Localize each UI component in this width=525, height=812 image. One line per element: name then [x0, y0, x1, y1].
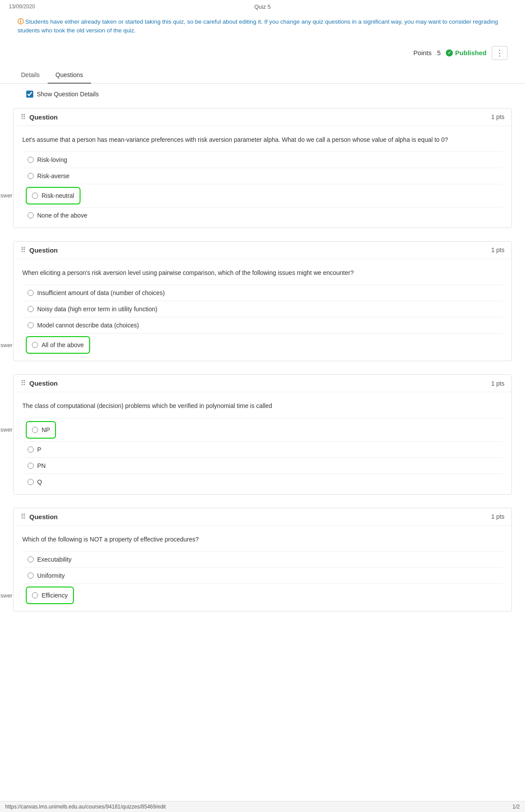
swer-label-4: swer: [0, 592, 12, 599]
question-text-1: Let's assume that a person has mean-vari…: [22, 135, 503, 144]
answer-text-3-1: P: [37, 446, 41, 453]
swer-label-2: swer: [0, 342, 12, 348]
question-label-2: Question: [29, 246, 58, 254]
answer-text-1-1: Risk-averse: [37, 172, 70, 179]
pts-label-1: 1 pts: [491, 113, 504, 120]
radio-q3-1[interactable]: [28, 446, 34, 453]
radio-q1-1[interactable]: [28, 173, 34, 179]
answer-text-2-3: All of the above: [42, 341, 84, 348]
question-header-3: ⠿ Question 1 pts: [14, 375, 511, 392]
answer-text-4-2: Efficiency: [42, 592, 68, 599]
quiz-title: Quiz 5: [254, 4, 271, 10]
answer-option-2-1[interactable]: Noisy data (high error term in utility f…: [22, 301, 503, 317]
answer-option-1-0[interactable]: Risk-loving: [22, 151, 503, 168]
question-body-4: Which of the following is NOT a property…: [14, 526, 511, 611]
question-body-3: The class of computational (decision) pr…: [14, 392, 511, 494]
answer-text-1-0: Risk-loving: [37, 156, 67, 163]
answer-option-4-0[interactable]: Executability: [22, 551, 503, 567]
answer-text-4-1: Uniformity: [37, 572, 65, 579]
question-text-2: When eliciting a person's risk aversion …: [22, 268, 503, 278]
warning-banner: ⓘ Students have either already taken or …: [0, 13, 525, 42]
points-row: Points 5 ✓ Published ⋮: [0, 42, 525, 67]
question-header-2: ⠿ Question 1 pts: [14, 242, 511, 259]
question-header-left-2: ⠿ Question: [21, 246, 58, 254]
top-bar: 13/09/2020 Quiz 5: [0, 0, 525, 13]
kebab-menu-button[interactable]: ⋮: [492, 46, 508, 60]
show-question-details-checkbox[interactable]: [26, 91, 33, 98]
warning-text: Students have either already taken or st…: [18, 18, 498, 34]
questions-area: ⠿ Question 1 pts Let's assume that a per…: [0, 105, 525, 643]
question-label-4: Question: [29, 513, 58, 520]
tabs-row: Details Questions: [0, 67, 525, 84]
answer-option-4-1[interactable]: Uniformity: [22, 567, 503, 584]
highlighted-answer-1: Risk-neutral: [28, 189, 79, 203]
answer-option-1-1[interactable]: Risk-averse: [22, 168, 503, 184]
highlighted-answer-2: All of the above: [28, 338, 88, 352]
highlighted-answer-4: Efficiency: [28, 588, 72, 602]
answer-option-2-0[interactable]: Insufficient amount of data (number of c…: [22, 285, 503, 301]
show-question-details-label: Show Question Details: [37, 91, 99, 98]
radio-q3-0[interactable]: [32, 427, 38, 433]
tab-details[interactable]: Details: [13, 67, 48, 84]
radio-q4-1[interactable]: [28, 573, 34, 579]
question-block-2: ⠿ Question 1 pts When eliciting a person…: [13, 241, 512, 361]
question-header-left-4: ⠿ Question: [21, 513, 58, 521]
radio-q2-2[interactable]: [28, 322, 34, 328]
answer-option-1-3[interactable]: None of the above: [22, 207, 503, 223]
published-dot-icon: ✓: [446, 49, 453, 56]
question-label-3: Question: [29, 380, 58, 387]
radio-q1-2[interactable]: [32, 193, 38, 199]
show-details-row: Show Question Details: [0, 84, 525, 105]
question-label-1: Question: [29, 113, 58, 121]
tab-questions[interactable]: Questions: [48, 67, 91, 84]
answer-option-3-0[interactable]: swer NP: [22, 418, 503, 441]
answer-option-3-3[interactable]: Q: [22, 474, 503, 490]
drag-icon-2: ⠿: [21, 246, 26, 254]
question-header-4: ⠿ Question 1 pts: [14, 508, 511, 526]
radio-q3-2[interactable]: [28, 463, 34, 469]
drag-icon-1: ⠿: [21, 113, 26, 121]
question-body-2: When eliciting a person's risk aversion …: [14, 259, 511, 361]
radio-q2-3[interactable]: [32, 342, 38, 348]
answer-text-1-2: Risk-neutral: [42, 192, 74, 199]
question-text-3: The class of computational (decision) pr…: [22, 401, 503, 411]
answer-option-3-1[interactable]: P: [22, 441, 503, 457]
answer-text-2-1: Noisy data (high error term in utility f…: [37, 306, 158, 313]
pts-label-3: 1 pts: [491, 380, 504, 387]
answer-option-4-2[interactable]: swer Efficiency: [22, 584, 503, 607]
warning-icon: ⓘ: [18, 18, 24, 25]
answer-text-3-0: NP: [42, 426, 50, 433]
pts-label-2: 1 pts: [491, 246, 504, 253]
answer-text-4-0: Executability: [37, 556, 72, 563]
swer-label-1: swer: [0, 192, 12, 199]
question-header-left-3: ⠿ Question: [21, 379, 58, 387]
radio-q3-3[interactable]: [28, 479, 34, 485]
answer-text-2-0: Insufficient amount of data (number of c…: [37, 289, 165, 296]
drag-icon-3: ⠿: [21, 379, 26, 387]
question-block-4: ⠿ Question 1 pts Which of the following …: [13, 508, 512, 612]
drag-icon-4: ⠿: [21, 513, 26, 521]
date-label: 13/09/2020: [9, 4, 35, 10]
radio-q4-0[interactable]: [28, 556, 34, 562]
pts-label-4: 1 pts: [491, 513, 504, 520]
question-header-left-1: ⠿ Question: [21, 113, 58, 121]
radio-q1-0[interactable]: [28, 157, 34, 163]
answer-option-2-2[interactable]: Model cannot describe data (choices): [22, 317, 503, 333]
points-label: Points 5: [413, 49, 441, 56]
radio-q1-3[interactable]: [28, 212, 34, 218]
answer-option-3-2[interactable]: PN: [22, 457, 503, 474]
radio-q2-0[interactable]: [28, 290, 34, 296]
answer-option-1-2[interactable]: swer Risk-neutral: [22, 184, 503, 207]
question-header-1: ⠿ Question 1 pts: [14, 109, 511, 126]
answer-text-3-3: Q: [37, 478, 42, 485]
answer-text-3-2: PN: [37, 462, 46, 469]
question-text-4: Which of the following is NOT a property…: [22, 534, 503, 544]
answer-text-1-3: None of the above: [37, 212, 87, 219]
question-body-1: Let's assume that a person has mean-vari…: [14, 126, 511, 228]
radio-q2-1[interactable]: [28, 306, 34, 312]
question-block-1: ⠿ Question 1 pts Let's assume that a per…: [13, 108, 512, 228]
highlighted-answer-3: NP: [28, 423, 54, 437]
radio-q4-2[interactable]: [32, 592, 38, 598]
published-badge: ✓ Published: [446, 49, 486, 56]
answer-option-2-3[interactable]: swer All of the above: [22, 333, 503, 356]
